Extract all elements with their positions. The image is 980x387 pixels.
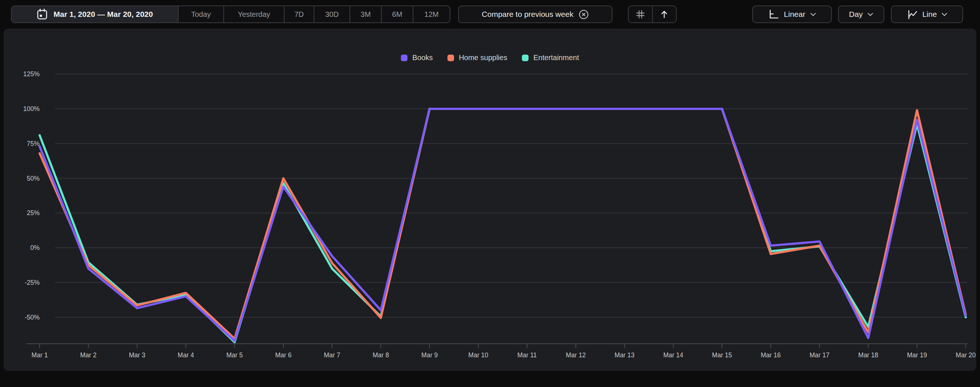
legend-item-books[interactable]: Books [401, 54, 433, 62]
legend-item-home-supplies[interactable]: Home supplies [447, 54, 507, 62]
chart-type-label: Line [923, 10, 937, 19]
legend-swatch-home-supplies [447, 55, 454, 61]
analytics-dashboard: { "toolbar": { "date_range": "Mar 1, 202… [0, 0, 980, 387]
legend-item-entertainment[interactable]: Entertainment [522, 54, 579, 62]
preset-6m-button[interactable]: 6M [382, 6, 414, 22]
legend-swatch-books [401, 55, 407, 61]
sort-direction-button[interactable] [653, 6, 676, 22]
chevron-down-icon [867, 13, 873, 16]
preset-yesterday-button[interactable]: Yesterday [224, 6, 285, 22]
grid-toggle-button[interactable] [628, 6, 653, 22]
chevron-down-icon [810, 13, 816, 16]
date-range-label: Mar 1, 2020 — Mar 20, 2020 [54, 10, 153, 19]
scale-dropdown[interactable]: Linear [752, 5, 832, 23]
preset-7d-button[interactable]: 7D [285, 6, 314, 22]
legend-label: Books [412, 54, 433, 62]
circle-x-icon[interactable] [579, 10, 589, 19]
arrow-up-icon [659, 10, 669, 19]
compare-to-previous-week-button[interactable]: Compare to previous week [458, 5, 612, 23]
chevron-down-icon [942, 13, 947, 16]
granularity-label: Day [849, 10, 862, 19]
preset-3m-button[interactable]: 3M [350, 6, 382, 22]
date-range-button[interactable]: Mar 1, 2020 — Mar 20, 2020 [12, 6, 179, 22]
calendar-icon [37, 8, 48, 20]
chart-type-dropdown[interactable]: Line [891, 5, 963, 23]
compare-label: Compare to previous week [482, 10, 574, 19]
chart-options-group [628, 5, 677, 23]
legend-swatch-entertainment [522, 55, 528, 61]
preset-30d-button[interactable]: 30D [314, 6, 350, 22]
granularity-dropdown[interactable]: Day [838, 5, 884, 23]
chart-card: BooksHome suppliesEntertainment [4, 29, 976, 371]
toolbar: Mar 1, 2020 — Mar 20, 2020 Today Yesterd… [0, 0, 980, 29]
axis-icon [768, 9, 779, 20]
chart-legend: BooksHome suppliesEntertainment [4, 54, 976, 62]
date-range-control: Mar 1, 2020 — Mar 20, 2020 Today Yesterd… [11, 5, 450, 23]
preset-today-button[interactable]: Today [179, 6, 224, 22]
scale-label: Linear [784, 10, 805, 19]
line-chart-icon [907, 9, 918, 20]
preset-12m-button[interactable]: 12M [414, 6, 450, 22]
legend-label: Home supplies [459, 54, 507, 62]
grid-icon [636, 10, 645, 19]
legend-label: Entertainment [533, 54, 579, 62]
